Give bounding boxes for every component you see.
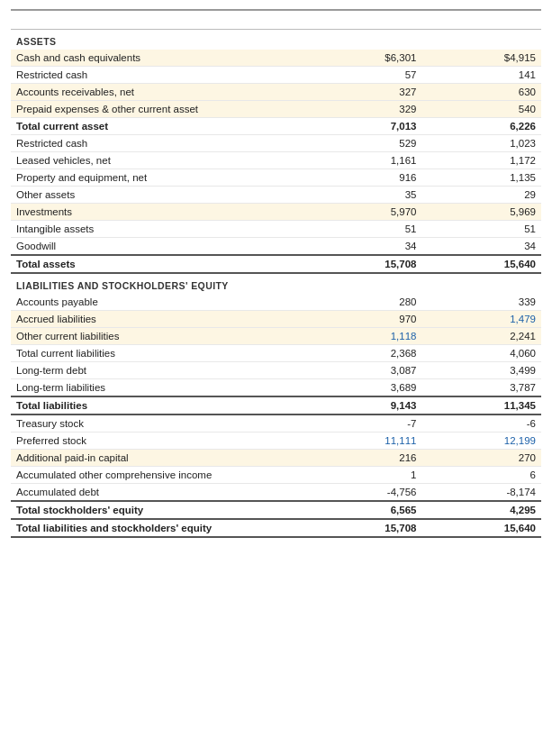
row-label: Treasury stock bbox=[11, 414, 303, 433]
header-2017 bbox=[421, 10, 541, 30]
row-label: Other assets bbox=[11, 187, 303, 204]
row-val-2016: 3,689 bbox=[303, 379, 422, 397]
row-val-2017: 3,787 bbox=[421, 379, 541, 397]
row-label: Other current liabilities bbox=[11, 328, 303, 345]
row-val-2017: 15,640 bbox=[421, 519, 541, 537]
row-val-2016: 1,161 bbox=[303, 152, 422, 169]
row-val-2016: 1,118 bbox=[303, 328, 422, 345]
table-row: Additional paid-in capital 216 270 bbox=[11, 450, 541, 467]
row-val-2017: 12,199 bbox=[421, 433, 541, 450]
row-val-2017: 1,479 bbox=[421, 311, 541, 328]
table-row: Total liabilities and stockholders' equi… bbox=[11, 519, 541, 537]
row-val-2016: 6,565 bbox=[303, 501, 422, 519]
row-label: Cash and cash equivalents bbox=[11, 50, 303, 67]
row-label: Accumulated debt bbox=[11, 484, 303, 502]
row-val-2017: 11,345 bbox=[421, 396, 541, 414]
row-val-2017: 34 bbox=[421, 238, 541, 256]
row-val-2017: -6 bbox=[421, 414, 541, 433]
row-val-2017: -8,174 bbox=[421, 484, 541, 502]
table-row: Prepaid expenses & other current asset 3… bbox=[11, 101, 541, 118]
table-row: Restricted cash 57 141 bbox=[11, 67, 541, 84]
table-row: Cash and cash equivalents $6,301 $4,915 bbox=[11, 50, 541, 67]
row-val-2017: 1,023 bbox=[421, 135, 541, 152]
table-row: Total assets 15,708 15,640 bbox=[11, 255, 541, 273]
table-row: Accumulated debt -4,756 -8,174 bbox=[11, 484, 541, 502]
row-label: Investments bbox=[11, 204, 303, 221]
table-row: Leased vehicles, net 1,161 1,172 bbox=[11, 152, 541, 169]
table-row: Other assets 35 29 bbox=[11, 187, 541, 204]
table-row: Accounts receivables, net 327 630 bbox=[11, 84, 541, 101]
row-val-2017: 6 bbox=[421, 467, 541, 484]
row-val-2016: 329 bbox=[303, 101, 422, 118]
row-val-2017: 51 bbox=[421, 221, 541, 238]
table-row: Total stockholders' equity 6,565 4,295 bbox=[11, 501, 541, 519]
header-label bbox=[11, 10, 303, 30]
row-label: Long-term liabilities bbox=[11, 379, 303, 397]
row-label: Total stockholders' equity bbox=[11, 501, 303, 519]
row-val-2016: 9,143 bbox=[303, 396, 422, 414]
table-row: Total current asset 7,013 6,226 bbox=[11, 118, 541, 135]
table-row: Accounts payable 280 339 bbox=[11, 294, 541, 311]
row-label: Property and equipment, net bbox=[11, 169, 303, 187]
row-label: Additional paid-in capital bbox=[11, 450, 303, 467]
row-label: Total liabilities bbox=[11, 396, 303, 414]
row-val-2016: -7 bbox=[303, 414, 422, 433]
row-val-2016: 970 bbox=[303, 311, 422, 328]
table-row: Total current liabilities 2,368 4,060 bbox=[11, 345, 541, 362]
row-val-2016: 7,013 bbox=[303, 118, 422, 135]
table-row: Treasury stock -7 -6 bbox=[11, 414, 541, 433]
row-val-2016: 11,111 bbox=[303, 433, 422, 450]
row-val-2016: 57 bbox=[303, 67, 422, 84]
table-row: LIABILITIES AND STOCKHOLDERS' EQUITY bbox=[11, 273, 541, 294]
table-row: Intangible assets 51 51 bbox=[11, 221, 541, 238]
row-val-2016: 216 bbox=[303, 450, 422, 467]
row-val-2017: 2,241 bbox=[421, 328, 541, 345]
row-val-2016: -4,756 bbox=[303, 484, 422, 502]
row-label: Restricted cash bbox=[11, 135, 303, 152]
row-val-2017: 5,969 bbox=[421, 204, 541, 221]
row-val-2016: 280 bbox=[303, 294, 422, 311]
row-label: Accumulated other comprehensive income bbox=[11, 467, 303, 484]
row-val-2017: 6,226 bbox=[421, 118, 541, 135]
row-label: Accounts payable bbox=[11, 294, 303, 311]
row-val-2017: 339 bbox=[421, 294, 541, 311]
row-val-2017: 15,640 bbox=[421, 255, 541, 273]
row-val-2016: 2,368 bbox=[303, 345, 422, 362]
table-row: Other current liabilities 1,118 2,241 bbox=[11, 328, 541, 345]
row-label: Total current liabilities bbox=[11, 345, 303, 362]
row-val-2017: 540 bbox=[421, 101, 541, 118]
row-val-2016: 35 bbox=[303, 187, 422, 204]
table-row: Long-term liabilities 3,689 3,787 bbox=[11, 379, 541, 397]
row-val-2016: 327 bbox=[303, 84, 422, 101]
table-header-row bbox=[11, 10, 541, 30]
row-label: Prepaid expenses & other current asset bbox=[11, 101, 303, 118]
table-row: Goodwill 34 34 bbox=[11, 238, 541, 256]
row-val-2016: 5,970 bbox=[303, 204, 422, 221]
balance-sheet-container: ASSETS Cash and cash equivalents $6,301 … bbox=[0, 0, 552, 547]
row-val-2016: 1 bbox=[303, 467, 422, 484]
row-label: Accrued liabilities bbox=[11, 311, 303, 328]
row-val-2017: 4,295 bbox=[421, 501, 541, 519]
row-label: Total current asset bbox=[11, 118, 303, 135]
row-val-2016: 51 bbox=[303, 221, 422, 238]
row-val-2017: 270 bbox=[421, 450, 541, 467]
row-label: Leased vehicles, net bbox=[11, 152, 303, 169]
row-val-2017: 3,499 bbox=[421, 362, 541, 379]
row-label: Long-term debt bbox=[11, 362, 303, 379]
row-val-2017: $4,915 bbox=[421, 50, 541, 67]
row-val-2016: $6,301 bbox=[303, 50, 422, 67]
table-row: Property and equipment, net 916 1,135 bbox=[11, 169, 541, 187]
row-label: Goodwill bbox=[11, 238, 303, 256]
table-row: Investments 5,970 5,969 bbox=[11, 204, 541, 221]
table-row: Restricted cash 529 1,023 bbox=[11, 135, 541, 152]
row-val-2016: 916 bbox=[303, 169, 422, 187]
row-val-2016: 15,708 bbox=[303, 255, 422, 273]
row-label: Restricted cash bbox=[11, 67, 303, 84]
row-val-2016: 34 bbox=[303, 238, 422, 256]
row-val-2017: 4,060 bbox=[421, 345, 541, 362]
section-header-label: ASSETS bbox=[11, 30, 541, 50]
row-val-2017: 1,172 bbox=[421, 152, 541, 169]
row-val-2016: 15,708 bbox=[303, 519, 422, 537]
row-val-2017: 141 bbox=[421, 67, 541, 84]
row-label: Total liabilities and stockholders' equi… bbox=[11, 519, 303, 537]
